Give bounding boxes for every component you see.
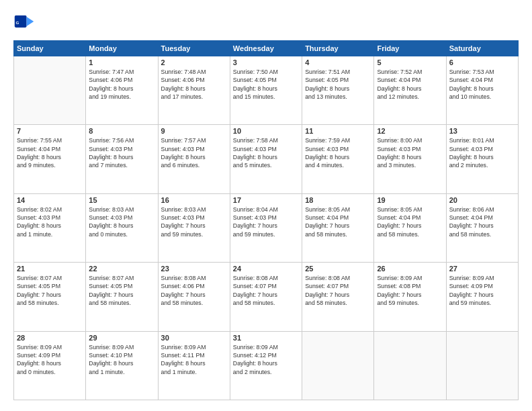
calendar-cell (446, 331, 518, 400)
calendar-cell: 28Sunrise: 8:09 AM Sunset: 4:09 PM Dayli… (14, 331, 86, 400)
calendar-cell: 14Sunrise: 8:02 AM Sunset: 4:03 PM Dayli… (14, 193, 86, 262)
day-info: Sunrise: 8:06 AM Sunset: 4:04 PM Dayligh… (449, 205, 515, 238)
day-number: 13 (449, 127, 515, 135)
calendar-cell: 16Sunrise: 8:03 AM Sunset: 4:03 PM Dayli… (158, 193, 230, 262)
day-number: 14 (17, 196, 83, 204)
calendar-cell: 23Sunrise: 8:08 AM Sunset: 4:06 PM Dayli… (158, 263, 230, 331)
day-info: Sunrise: 7:50 AM Sunset: 4:05 PM Dayligh… (233, 68, 299, 101)
calendar-cell: 4Sunrise: 7:51 AM Sunset: 4:05 PM Daylig… (302, 56, 374, 125)
calendar-cell: 15Sunrise: 8:03 AM Sunset: 4:03 PM Dayli… (86, 193, 158, 262)
day-number: 26 (377, 265, 443, 273)
day-number: 9 (161, 127, 227, 135)
calendar-cell: 30Sunrise: 8:09 AM Sunset: 4:11 PM Dayli… (158, 331, 230, 400)
column-header-tuesday: Tuesday (158, 41, 230, 56)
day-number: 1 (89, 58, 154, 66)
day-number: 12 (377, 127, 443, 135)
calendar-week-2: 7Sunrise: 7:55 AM Sunset: 4:04 PM Daylig… (14, 125, 519, 193)
day-info: Sunrise: 8:05 AM Sunset: 4:04 PM Dayligh… (305, 205, 371, 238)
svg-text:G: G (16, 20, 19, 25)
calendar-header-row: SundayMondayTuesdayWednesdayThursdayFrid… (14, 41, 519, 56)
day-info: Sunrise: 8:00 AM Sunset: 4:03 PM Dayligh… (377, 136, 443, 169)
calendar-cell: 18Sunrise: 8:05 AM Sunset: 4:04 PM Dayli… (302, 193, 374, 262)
calendar-cell: 3Sunrise: 7:50 AM Sunset: 4:05 PM Daylig… (230, 56, 302, 125)
day-info: Sunrise: 7:47 AM Sunset: 4:06 PM Dayligh… (89, 68, 154, 101)
day-info: Sunrise: 8:05 AM Sunset: 4:04 PM Dayligh… (377, 205, 443, 238)
page: G SundayMondayTuesdayWednesdayThursdayFr… (0, 0, 532, 411)
day-info: Sunrise: 7:51 AM Sunset: 4:05 PM Dayligh… (305, 68, 371, 101)
day-info: Sunrise: 8:09 AM Sunset: 4:09 PM Dayligh… (17, 343, 83, 376)
calendar-cell: 21Sunrise: 8:07 AM Sunset: 4:05 PM Dayli… (14, 263, 86, 331)
day-number: 15 (89, 196, 154, 204)
day-info: Sunrise: 7:59 AM Sunset: 4:03 PM Dayligh… (305, 136, 371, 169)
day-info: Sunrise: 8:04 AM Sunset: 4:03 PM Dayligh… (233, 205, 299, 238)
day-info: Sunrise: 8:07 AM Sunset: 4:05 PM Dayligh… (17, 274, 83, 307)
day-number: 17 (233, 196, 299, 204)
calendar-cell: 19Sunrise: 8:05 AM Sunset: 4:04 PM Dayli… (374, 193, 446, 262)
day-number: 24 (233, 265, 299, 273)
calendar-cell: 26Sunrise: 8:09 AM Sunset: 4:08 PM Dayli… (374, 263, 446, 331)
day-info: Sunrise: 8:03 AM Sunset: 4:03 PM Dayligh… (161, 205, 227, 238)
calendar-week-3: 14Sunrise: 8:02 AM Sunset: 4:03 PM Dayli… (14, 193, 519, 262)
column-header-friday: Friday (374, 41, 446, 56)
calendar-cell (302, 331, 374, 400)
day-number: 7 (17, 127, 83, 135)
logo-icon: G (13, 11, 35, 32)
day-number: 22 (89, 265, 154, 273)
day-info: Sunrise: 8:09 AM Sunset: 4:09 PM Dayligh… (449, 274, 515, 307)
day-info: Sunrise: 7:58 AM Sunset: 4:03 PM Dayligh… (233, 136, 299, 169)
calendar-cell: 31Sunrise: 8:09 AM Sunset: 4:12 PM Dayli… (230, 331, 302, 400)
day-number: 31 (233, 334, 299, 342)
day-info: Sunrise: 7:52 AM Sunset: 4:04 PM Dayligh… (377, 68, 443, 101)
logo: G (13, 11, 38, 32)
day-number: 18 (305, 196, 371, 204)
calendar-cell: 5Sunrise: 7:52 AM Sunset: 4:04 PM Daylig… (374, 56, 446, 125)
calendar-cell: 6Sunrise: 7:53 AM Sunset: 4:04 PM Daylig… (446, 56, 518, 125)
calendar-table: SundayMondayTuesdayWednesdayThursdayFrid… (13, 40, 519, 400)
day-number: 3 (233, 58, 299, 66)
day-info: Sunrise: 7:48 AM Sunset: 4:06 PM Dayligh… (161, 68, 227, 101)
day-number: 20 (449, 196, 515, 204)
day-number: 5 (377, 58, 443, 66)
day-info: Sunrise: 7:57 AM Sunset: 4:03 PM Dayligh… (161, 136, 227, 169)
day-number: 19 (377, 196, 443, 204)
day-number: 29 (89, 334, 154, 342)
calendar-cell: 7Sunrise: 7:55 AM Sunset: 4:04 PM Daylig… (14, 125, 86, 193)
calendar-cell: 24Sunrise: 8:08 AM Sunset: 4:07 PM Dayli… (230, 263, 302, 331)
svg-marker-1 (27, 17, 34, 26)
calendar-cell: 8Sunrise: 7:56 AM Sunset: 4:03 PM Daylig… (86, 125, 158, 193)
day-info: Sunrise: 8:01 AM Sunset: 4:03 PM Dayligh… (449, 136, 515, 169)
day-info: Sunrise: 8:09 AM Sunset: 4:08 PM Dayligh… (377, 274, 443, 307)
column-header-sunday: Sunday (14, 41, 86, 56)
calendar-cell: 9Sunrise: 7:57 AM Sunset: 4:03 PM Daylig… (158, 125, 230, 193)
day-info: Sunrise: 8:09 AM Sunset: 4:10 PM Dayligh… (89, 343, 154, 376)
header: G (13, 11, 519, 32)
calendar-week-4: 21Sunrise: 8:07 AM Sunset: 4:05 PM Dayli… (14, 263, 519, 331)
calendar-week-5: 28Sunrise: 8:09 AM Sunset: 4:09 PM Dayli… (14, 331, 519, 400)
day-number: 10 (233, 127, 299, 135)
calendar-cell: 22Sunrise: 8:07 AM Sunset: 4:05 PM Dayli… (86, 263, 158, 331)
calendar-cell: 17Sunrise: 8:04 AM Sunset: 4:03 PM Dayli… (230, 193, 302, 262)
calendar-cell: 27Sunrise: 8:09 AM Sunset: 4:09 PM Dayli… (446, 263, 518, 331)
calendar-cell: 29Sunrise: 8:09 AM Sunset: 4:10 PM Dayli… (86, 331, 158, 400)
calendar-cell (374, 331, 446, 400)
day-info: Sunrise: 8:08 AM Sunset: 4:07 PM Dayligh… (233, 274, 299, 307)
day-number: 11 (305, 127, 371, 135)
day-info: Sunrise: 8:02 AM Sunset: 4:03 PM Dayligh… (17, 205, 83, 238)
day-number: 4 (305, 58, 371, 66)
day-number: 2 (161, 58, 227, 66)
day-info: Sunrise: 8:07 AM Sunset: 4:05 PM Dayligh… (89, 274, 154, 307)
calendar-cell: 20Sunrise: 8:06 AM Sunset: 4:04 PM Dayli… (446, 193, 518, 262)
day-info: Sunrise: 7:56 AM Sunset: 4:03 PM Dayligh… (89, 136, 154, 169)
column-header-thursday: Thursday (302, 41, 374, 56)
calendar-cell: 11Sunrise: 7:59 AM Sunset: 4:03 PM Dayli… (302, 125, 374, 193)
day-number: 8 (89, 127, 154, 135)
day-number: 25 (305, 265, 371, 273)
calendar-cell: 13Sunrise: 8:01 AM Sunset: 4:03 PM Dayli… (446, 125, 518, 193)
calendar-cell (14, 56, 86, 125)
calendar-cell: 12Sunrise: 8:00 AM Sunset: 4:03 PM Dayli… (374, 125, 446, 193)
day-number: 21 (17, 265, 83, 273)
day-info: Sunrise: 7:53 AM Sunset: 4:04 PM Dayligh… (449, 68, 515, 101)
day-number: 28 (17, 334, 83, 342)
calendar-cell: 2Sunrise: 7:48 AM Sunset: 4:06 PM Daylig… (158, 56, 230, 125)
column-header-monday: Monday (86, 41, 158, 56)
